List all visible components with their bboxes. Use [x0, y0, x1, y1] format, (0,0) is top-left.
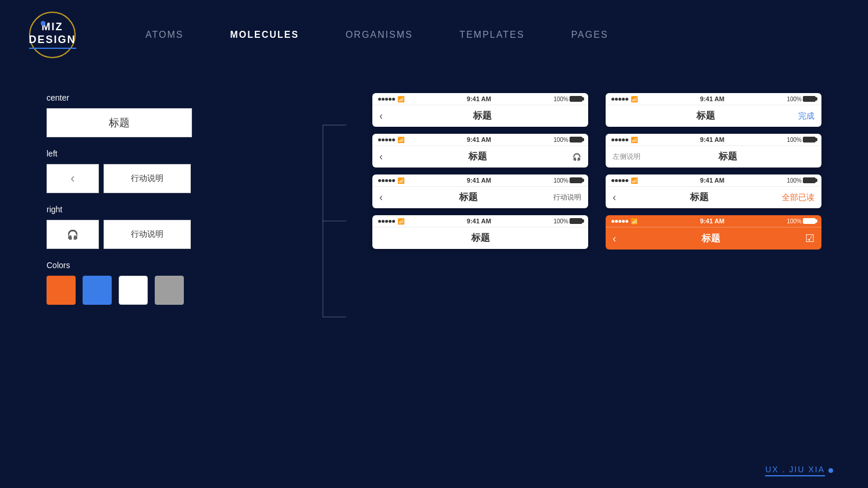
title-5: 标题: [696, 110, 715, 122]
wifi-icon-7: 📶: [631, 177, 638, 184]
wifi-icon-4: 📶: [397, 218, 404, 225]
status-bar-3: 📶 9:41 AM 100%: [372, 174, 588, 187]
center-title-box: 标题: [47, 108, 192, 137]
time-6: 9:41 AM: [700, 136, 724, 143]
nav-bar-4: 标题: [372, 227, 588, 249]
nav-bar-1: ‹ 标题: [372, 105, 588, 127]
left-row: ‹ 行动说明: [47, 164, 314, 193]
swatch-orange[interactable]: [47, 276, 76, 305]
footer-underline: [765, 475, 825, 476]
status-left-5: 📶: [611, 96, 638, 102]
title-7: 标题: [690, 191, 709, 204]
status-right-3: 100%: [553, 177, 582, 184]
signal-dots-7: [611, 179, 628, 182]
wifi-icon-8: 📶: [631, 218, 638, 225]
time-7: 9:41 AM: [700, 177, 724, 184]
swatch-blue[interactable]: [83, 276, 112, 305]
nav-bar-7: ‹ 标题 全部已读: [606, 187, 821, 208]
time-8: 9:41 AM: [700, 218, 724, 225]
phones-left-column: 📶 9:41 AM 100% ‹ 标题: [372, 93, 588, 305]
status-bar-1: 📶 9:41 AM 100%: [372, 93, 588, 105]
connector-lines: [300, 111, 346, 332]
nav-bar-3: ‹ 标题 行动说明: [372, 187, 588, 208]
status-right-7: 100%: [787, 177, 816, 184]
left-label-6: 左侧说明: [613, 152, 641, 162]
wifi-icon-1: 📶: [397, 96, 404, 102]
nav-templates[interactable]: TEMPLATES: [460, 30, 525, 40]
battery-pct-7: 100%: [787, 177, 802, 184]
signal-dots-8: [611, 220, 628, 223]
action-7: 全部已读: [782, 193, 814, 203]
time-5: 9:41 AM: [700, 95, 724, 102]
logo-dot: [41, 21, 45, 26]
status-bar-7: 📶 9:41 AM 100%: [606, 174, 821, 187]
nav-bar-2: ‹ 标题 🎧: [372, 146, 588, 168]
header: MIZ DESIGN ATOMS MOLECULES ORGANISMS TEM…: [0, 0, 868, 70]
battery-bar-5: [803, 96, 816, 102]
center-row: 标题: [47, 108, 314, 137]
logo-circle: MIZ DESIGN: [29, 12, 76, 58]
battery-pct-6: 100%: [787, 137, 802, 143]
nav-atoms[interactable]: ATOMS: [145, 30, 183, 40]
back-arrow-8: ‹: [613, 233, 616, 245]
time-2: 9:41 AM: [467, 136, 491, 143]
right-row: 🎧 行动说明: [47, 220, 314, 249]
battery-bar-8: [803, 218, 816, 224]
status-right-5: 100%: [787, 96, 816, 102]
phone-mockup-5: 📶 9:41 AM 100% 标题 完成: [606, 93, 821, 127]
phones-grid: 📶 9:41 AM 100% ‹ 标题: [372, 93, 821, 305]
back-arrow-1: ‹: [379, 110, 383, 122]
status-bar-6: 📶 9:41 AM 100%: [606, 134, 821, 146]
swatch-gray[interactable]: [155, 276, 184, 305]
left-action-text: 行动说明: [131, 173, 163, 184]
battery-pct-2: 100%: [553, 137, 568, 143]
back-arrow-7: ‹: [613, 191, 616, 204]
left-panel: center 标题 left ‹ 行动说明 right 🎧: [47, 93, 314, 305]
status-left-7: 📶: [611, 177, 638, 184]
back-icon-box: ‹: [47, 164, 99, 193]
title-1: 标题: [473, 110, 492, 122]
logo[interactable]: MIZ DESIGN: [29, 12, 76, 58]
center-label: center: [47, 93, 314, 102]
center-title-text: 标题: [109, 116, 130, 130]
footer-dot: [828, 468, 833, 473]
battery-bar-6: [803, 137, 816, 143]
nav-bar-6: 左侧说明 标题: [606, 146, 821, 168]
color-swatches: [47, 276, 314, 305]
time-4: 9:41 AM: [467, 218, 491, 225]
phone-mockup-3: 📶 9:41 AM 100% ‹ 标题 行动说明: [372, 174, 588, 208]
footer: UX . JIU XIA: [765, 465, 833, 476]
title-8: 标题: [702, 233, 720, 245]
action-5: 完成: [798, 111, 814, 122]
back-arrow-2: ‹: [379, 151, 383, 163]
signal-dots-2: [378, 138, 395, 141]
status-left-2: 📶: [378, 137, 404, 143]
time-1: 9:41 AM: [467, 95, 491, 102]
nav-bar-8: ‹ 标题 ☑: [606, 227, 821, 250]
signal-dots-1: [378, 98, 395, 101]
time-3: 9:41 AM: [467, 177, 491, 184]
right-label: right: [47, 205, 314, 214]
nav-organisms[interactable]: ORGANISMS: [346, 30, 413, 40]
action-2: 🎧: [572, 153, 581, 161]
controls-panel: center 标题 left ‹ 行动说明 right 🎧: [47, 93, 314, 305]
main-content: center 标题 left ‹ 行动说明 right 🎧: [0, 81, 868, 316]
colors-section: Colors: [47, 261, 314, 305]
battery-bar-1: [570, 96, 582, 102]
wifi-icon-2: 📶: [397, 137, 404, 143]
nav-pages[interactable]: PAGES: [571, 30, 609, 40]
left-action-box: 行动说明: [104, 164, 191, 193]
nav-molecules[interactable]: MOLECULES: [230, 30, 298, 40]
swatch-white[interactable]: [119, 276, 148, 305]
logo-underline: [29, 48, 76, 49]
wifi-icon-5: 📶: [631, 96, 638, 102]
title-3: 标题: [459, 191, 478, 204]
headphone-icon: 🎧: [67, 229, 79, 240]
status-bar-5: 📶 9:41 AM 100%: [606, 93, 821, 105]
title-2: 标题: [468, 151, 487, 163]
status-right-8: 100%: [787, 218, 816, 225]
phone-mockup-7: 📶 9:41 AM 100% ‹ 标题 全部已读: [606, 174, 821, 208]
battery-bar-3: [570, 177, 582, 183]
title-4: 标题: [471, 232, 490, 244]
status-left-3: 📶: [378, 177, 404, 184]
